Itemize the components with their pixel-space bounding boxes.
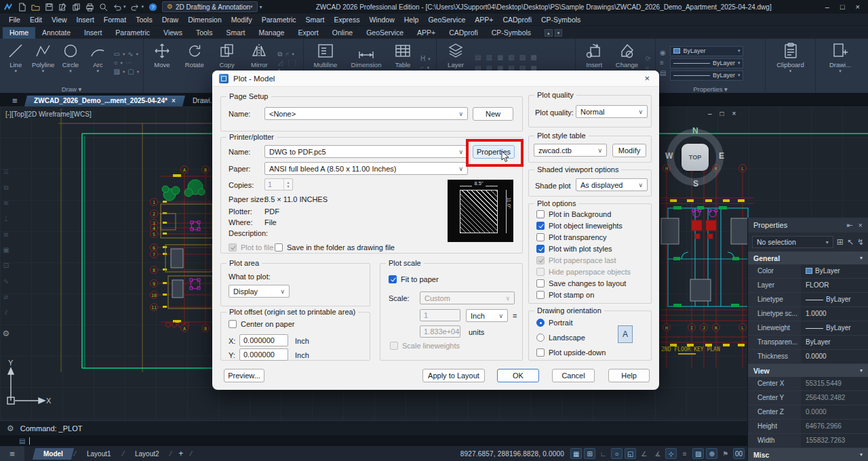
rotate-button[interactable]: Rotate	[180, 42, 209, 84]
prop-row-height[interactable]: Height64676.2966	[748, 420, 868, 434]
offset-y-input[interactable]: 0.000000	[239, 348, 288, 361]
landscape-radio[interactable]: Landscape	[536, 334, 585, 342]
section-general[interactable]: General▾	[748, 252, 868, 264]
drawing-restore-icon[interactable]: □	[720, 111, 724, 117]
save-icon[interactable]	[45, 3, 54, 12]
section-view[interactable]: View▾	[748, 364, 868, 377]
plot-style-select[interactable]: zwcad.ctb∨	[534, 144, 607, 157]
plot-style-list-icon[interactable]: ▤	[660, 70, 666, 77]
menu-app-plus[interactable]: APP+	[470, 16, 498, 24]
color-dropdown[interactable]: ByLayer▾	[670, 46, 743, 56]
open-folder-icon[interactable]	[31, 3, 40, 12]
ribbon-tab-views[interactable]: Views	[157, 27, 189, 39]
menu-smart[interactable]: Smart	[300, 16, 329, 24]
menu-cp-symbols[interactable]: CP-Symbols	[536, 16, 585, 24]
prop-row-thickness[interactable]: Thickness0.0000	[748, 350, 868, 364]
prop-row-center-z[interactable]: Center Z0.0000	[748, 405, 868, 420]
layer-tool-icon[interactable]: ▥	[486, 54, 492, 61]
view-cube-top-face[interactable]: TOP	[682, 144, 709, 171]
prop-row-center-y[interactable]: Center Y256430.2482	[748, 391, 868, 405]
plot-upside-down-checkbox[interactable]: Plot upside-down	[536, 348, 606, 357]
scale-lineweights-checkbox[interactable]: Scale lineweights	[390, 342, 460, 350]
cancel-button[interactable]: Cancel	[552, 369, 595, 382]
minimize-icon[interactable]: –	[825, 3, 829, 11]
drawing-close-icon[interactable]: ×	[732, 111, 736, 117]
help-icon[interactable]: ?	[149, 3, 157, 12]
qat-overflow-icon[interactable]: ▾	[260, 4, 262, 10]
hide-paperspace-objects-checkbox[interactable]: Hide paperspace objects	[536, 268, 631, 276]
compass-west[interactable]: W	[665, 151, 673, 161]
dialog-title-bar[interactable]: Plot - Model ×	[212, 71, 659, 87]
arc-button[interactable]: Arc▾	[86, 42, 109, 84]
dynamic-input-toggle-icon[interactable]: ⊹	[665, 448, 677, 459]
portrait-radio[interactable]: Portrait	[536, 319, 572, 327]
prop-row-color[interactable]: ColorByLayer	[748, 264, 868, 279]
lwt-toggle-icon[interactable]: 00	[733, 448, 745, 459]
layer-tool-icon[interactable]: ▤	[475, 54, 481, 61]
menu-cadprofi[interactable]: CADprofi	[498, 16, 536, 24]
help-button[interactable]: Help	[608, 369, 650, 382]
selection-dropdown[interactable]: No selection ▾	[752, 236, 833, 248]
status-menu-icon[interactable]: ≡	[0, 446, 24, 461]
hatch-strip-icon[interactable]: ⫽	[5, 309, 7, 316]
layer-tool-icon[interactable]: ▦	[497, 54, 503, 61]
ortho-toggle-icon[interactable]: ∟	[597, 448, 609, 459]
scale-drawing-input[interactable]: 1.833e+04	[420, 325, 460, 338]
plot-preview-icon[interactable]	[99, 3, 108, 12]
redo-dropdown-icon[interactable]: ▾	[142, 4, 144, 9]
plot-with-plot-styles-checkbox[interactable]: Plot with plot styles	[536, 245, 612, 253]
lineweight-toggle-icon[interactable]: ≡	[679, 448, 690, 459]
viewport-controls-label[interactable]: [-][Top][2D Wireframe][WCS]	[5, 111, 92, 118]
arrow-down-icon[interactable]: ▾	[555, 29, 563, 37]
menu-format[interactable]: Format	[99, 16, 131, 24]
ribbon-tab-home[interactable]: Home	[3, 27, 35, 39]
command-input-row[interactable]: ▤	[0, 435, 868, 447]
plot-object-lineweights-checkbox[interactable]: Plot object lineweights	[536, 222, 623, 230]
view-cube[interactable]: N S W E TOP	[667, 129, 724, 186]
prop-row-width[interactable]: Width155832.7263	[748, 434, 868, 448]
command-gear-icon[interactable]: ⚙	[7, 424, 14, 433]
ellipse-icon[interactable]: ○	[114, 60, 118, 66]
properties-panel-label[interactable]: Properties ▾	[656, 85, 765, 93]
prop-row-layer[interactable]: LayerFLOOR	[748, 279, 868, 293]
ribbon-tab-insert[interactable]: Insert	[77, 27, 108, 39]
offset-x-input[interactable]: 0.000000	[239, 334, 288, 346]
mleader-icon[interactable]: ⌐	[420, 64, 425, 71]
compass-north[interactable]: N	[692, 126, 698, 136]
plot-paperspace-last-checkbox[interactable]: Plot paperspace last	[536, 256, 616, 264]
quick-select-icon[interactable]: ⊞	[837, 237, 844, 247]
leader-icon[interactable]: H	[420, 56, 425, 62]
ribbon-tab-smart[interactable]: Smart	[219, 27, 252, 39]
select-objects-icon[interactable]: ↖	[847, 237, 854, 247]
save-in-folder-checkbox[interactable]: Save in the folder as drawing file	[275, 243, 395, 252]
smart-voice-icon[interactable]: ▣	[3, 247, 9, 254]
ribbon-tab-app-plus[interactable]: APP+	[410, 27, 442, 39]
menu-edit[interactable]: Edit	[25, 16, 47, 24]
menu-insert[interactable]: Insert	[72, 16, 99, 24]
snap-toggle-icon[interactable]: ⊞	[584, 448, 595, 459]
markup-icon[interactable]: ⌶	[4, 216, 8, 222]
region-icon[interactable]: ▢	[127, 68, 134, 75]
menu-dimension[interactable]: Dimension	[183, 16, 226, 24]
redo-icon[interactable]	[131, 3, 140, 12]
palette-close-icon[interactable]: ×	[859, 221, 863, 229]
page-setup-name-select[interactable]: <None>∨	[264, 107, 468, 120]
ribbon-tab-cadprofi[interactable]: CADprofi	[442, 27, 485, 39]
app-logo-icon[interactable]	[4, 3, 13, 12]
print-icon[interactable]	[85, 3, 94, 12]
circle-button[interactable]: Circle▾	[59, 42, 82, 84]
new-file-icon[interactable]	[18, 3, 26, 12]
sheet-set-icon[interactable]: ≋	[3, 200, 9, 207]
ribbon-tab-export[interactable]: Export	[291, 27, 325, 39]
ribbon-tab-online[interactable]: Online	[326, 27, 359, 39]
block-tool-icon[interactable]: ⌗	[646, 64, 650, 71]
dialog-close-icon[interactable]: ×	[642, 73, 652, 83]
compass-south[interactable]: S	[693, 179, 698, 188]
copy-icon[interactable]	[72, 3, 81, 12]
menu-help[interactable]: Help	[399, 16, 424, 24]
new-button[interactable]: New	[473, 107, 513, 121]
ribbon-tab-manage[interactable]: Manage	[252, 27, 291, 39]
strip-settings-gear-icon[interactable]: ⚙	[3, 330, 10, 337]
fit-to-paper-checkbox[interactable]: Fit to paper	[389, 275, 439, 283]
menu-file[interactable]: File	[4, 16, 25, 24]
